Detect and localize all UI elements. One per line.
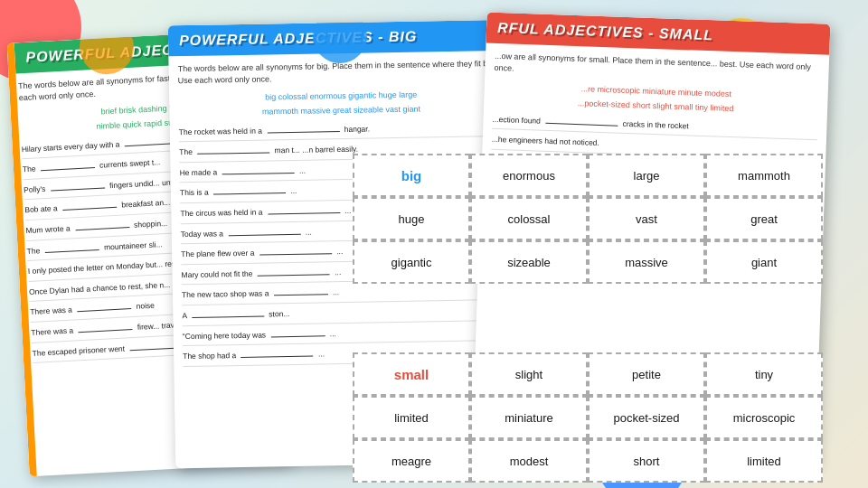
ws-middle-words-line2: mammoth massive great sizeable vast gian… bbox=[262, 105, 420, 117]
ws-mid-s10: A ston... bbox=[182, 305, 507, 326]
big-word-cards: big enormous large mammoth huge colossal… bbox=[353, 154, 823, 284]
ws-middle-title: POWERFUL ADJECTIVES - BIG bbox=[179, 29, 418, 49]
small-word-meagre: meagre bbox=[353, 439, 470, 483]
ws-right-title: RFUL ADJECTIVES - SMALL bbox=[497, 20, 713, 42]
small-word-tiny: tiny bbox=[705, 352, 823, 396]
small-word-microscopic: microscopic bbox=[705, 396, 823, 439]
big-word-colossal: colossal bbox=[470, 197, 588, 240]
blob-middle bbox=[312, 20, 367, 64]
ws-right-words-2: ...pocket-sized short slight small tiny … bbox=[578, 99, 734, 113]
ws-mid-s11: "Coming here today was ... bbox=[183, 324, 508, 346]
big-word-huge: huge bbox=[353, 197, 470, 240]
small-word-slight: slight bbox=[470, 352, 588, 396]
scene: POWERFUL ADJEC... The words below are al… bbox=[0, 0, 868, 488]
small-word-pocket-sized: pocket-sized bbox=[588, 396, 705, 439]
small-word-cards: small slight petite tiny limited miniatu… bbox=[353, 352, 823, 483]
big-header-card: big bbox=[353, 154, 470, 197]
small-word-modest: modest bbox=[470, 439, 588, 483]
small-word-short: short bbox=[588, 439, 705, 483]
ws-right-words-1: ...re microscopic miniature minute modes… bbox=[580, 84, 731, 99]
big-word-large: large bbox=[588, 154, 705, 197]
big-word-great: great bbox=[705, 197, 823, 240]
big-word-giant: giant bbox=[705, 240, 823, 284]
big-word-vast: vast bbox=[588, 197, 705, 240]
ws-mid-s1: The rocket was held in a hangar. bbox=[179, 120, 505, 142]
ws-middle-word-list: big colossal enormous gigantic huge larg… bbox=[176, 86, 506, 121]
small-word-miniature: miniature bbox=[470, 396, 588, 439]
big-word-mammoth: mammoth bbox=[705, 154, 823, 197]
ws-right-title-bar: RFUL ADJECTIVES - SMALL bbox=[486, 13, 830, 55]
small-word-limited: limited bbox=[353, 396, 470, 439]
big-word-gigantic: gigantic bbox=[353, 240, 470, 284]
ws-right-word-list: ...re microscopic miniature minute modes… bbox=[491, 79, 821, 119]
ws-mid-s9: The new taco shop was a ... bbox=[182, 284, 507, 305]
ws-right-instructions: ...ow are all synonyms for small. Place … bbox=[494, 51, 820, 85]
ws-middle-words-line1: big colossal enormous gigantic huge larg… bbox=[265, 90, 417, 102]
small-word-limited2: limited bbox=[705, 439, 823, 483]
big-word-enormous: enormous bbox=[470, 154, 588, 197]
small-header-card: small bbox=[353, 352, 470, 396]
small-word-petite: petite bbox=[588, 352, 705, 396]
big-word-massive: massive bbox=[588, 240, 705, 284]
big-word-sizeable: sizeable bbox=[470, 240, 588, 284]
